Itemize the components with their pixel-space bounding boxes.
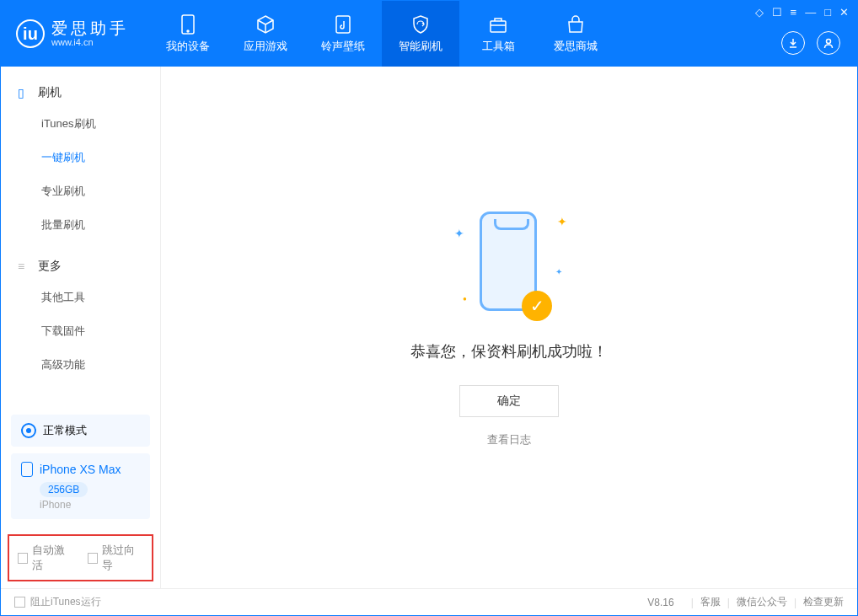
app-header: iu 爱思助手 www.i4.cn 我的设备 应用游戏 铃声壁纸 智能刷机 工具… [1,1,857,67]
device-name: iPhone XS Max [40,463,121,476]
footer-link-update[interactable]: 检查更新 [803,595,844,609]
window-controls: ◇ ☐ ≡ — □ ✕ [755,6,849,19]
menu-icon[interactable]: ≡ [791,6,797,19]
feedback-icon[interactable]: ☐ [772,6,782,19]
device-phone-icon [21,462,33,477]
device-type: iPhone [40,499,140,511]
app-logo: iu 爱思助手 www.i4.cn [16,19,129,48]
success-message: 恭喜您，保资料刷机成功啦！ [410,341,608,362]
footer-link-support[interactable]: 客服 [700,595,721,609]
svg-point-4 [827,40,831,44]
sidebar-item-advanced[interactable]: 高级功能 [1,348,160,382]
list-icon: ≡ [18,260,31,273]
svg-rect-3 [491,21,506,32]
device-capacity-badge: 256GB [40,482,88,497]
checkmark-icon: ✓ [522,291,552,321]
mode-label: 正常模式 [43,423,87,438]
status-bar: 阻止iTunes运行 V8.16 | 客服 | 微信公众号 | 检查更新 [1,588,857,615]
tab-store[interactable]: 爱思商城 [537,1,614,67]
tab-toolbox[interactable]: 工具箱 [459,1,537,67]
phone-icon: ▯ [18,86,31,99]
tab-apps-games[interactable]: 应用游戏 [227,1,304,67]
sidebar-item-other-tools[interactable]: 其他工具 [1,281,160,314]
flash-options-row: 自动激活 跳过向导 [8,534,153,581]
sidebar: ▯ 刷机 iTunes刷机 一键刷机 专业刷机 批量刷机 ≡ 更多 其他工具 下… [1,67,161,588]
block-itunes-checkbox[interactable]: 阻止iTunes运行 [14,595,101,609]
tab-smart-flash[interactable]: 智能刷机 [382,1,459,67]
svg-rect-2 [336,16,350,33]
sidebar-item-oneclick-flash[interactable]: 一键刷机 [1,141,160,174]
mode-indicator-icon [21,423,36,438]
svg-point-1 [187,30,189,32]
tab-my-device[interactable]: 我的设备 [149,1,227,67]
device-icon [177,13,199,35]
logo-icon: iu [16,19,45,48]
main-tabs: 我的设备 应用游戏 铃声壁纸 智能刷机 工具箱 爱思商城 [149,1,614,67]
app-subtitle: www.i4.cn [51,37,129,47]
tab-ringtone-wallpaper[interactable]: 铃声壁纸 [304,1,382,67]
close-button[interactable]: ✕ [839,6,849,19]
device-info-box[interactable]: iPhone XS Max 256GB iPhone [11,453,150,519]
download-manager-button[interactable] [781,31,805,55]
footer-link-wechat[interactable]: 微信公众号 [737,595,787,609]
sidebar-item-pro-flash[interactable]: 专业刷机 [1,174,160,208]
sidebar-item-itunes-flash[interactable]: iTunes刷机 [1,107,160,141]
skin-icon[interactable]: ◇ [755,6,764,19]
user-account-button[interactable] [817,31,840,55]
maximize-button[interactable]: □ [824,6,831,19]
shield-refresh-icon [410,13,432,35]
ok-button[interactable]: 确定 [459,385,559,417]
main-content: ✓ ✦✦✦● 恭喜您，保资料刷机成功啦！ 确定 查看日志 [161,67,857,588]
app-title: 爱思助手 [51,20,129,38]
cube-icon [255,13,276,35]
version-label: V8.16 [647,597,673,608]
success-illustration: ✓ ✦✦✦● [471,208,547,318]
music-file-icon [332,13,354,35]
minimize-button[interactable]: — [805,6,816,19]
view-log-link[interactable]: 查看日志 [487,432,531,447]
auto-activate-checkbox[interactable]: 自动激活 [18,543,74,573]
device-mode-box[interactable]: 正常模式 [11,415,150,447]
sidebar-item-batch-flash[interactable]: 批量刷机 [1,208,160,242]
toolbox-icon [487,13,509,35]
sidebar-group-more: ≡ 更多 [1,252,160,281]
store-icon [565,13,587,35]
sidebar-item-download-firmware[interactable]: 下载固件 [1,314,160,348]
skip-guide-checkbox[interactable]: 跳过向导 [88,543,144,573]
sidebar-group-flash: ▯ 刷机 [1,78,160,107]
